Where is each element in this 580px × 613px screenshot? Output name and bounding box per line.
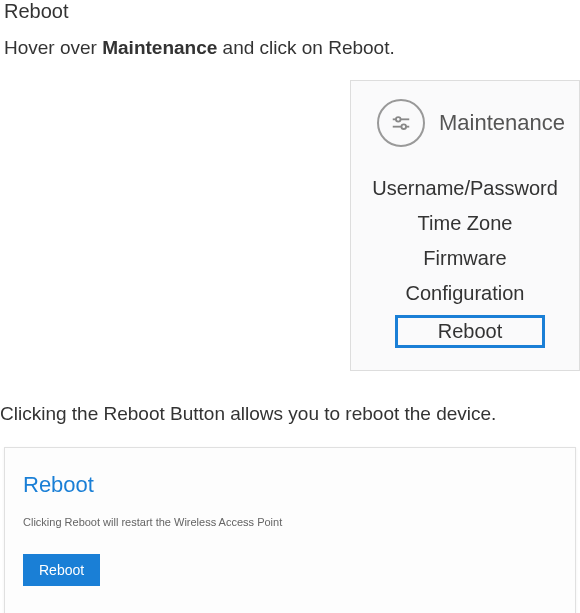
reboot-panel-description: Clicking Reboot will restart the Wireles… [23,516,557,528]
reboot-panel-title: Reboot [23,472,557,498]
instruction-bold: Maintenance [102,37,217,58]
menu-item-time-zone[interactable]: Time Zone [369,210,561,237]
page-title: Reboot [0,0,580,31]
maintenance-header[interactable]: Maintenance [369,99,579,147]
reboot-button[interactable]: Reboot [23,554,100,586]
svg-point-3 [401,124,406,129]
maintenance-menu-screenshot: Maintenance Username/Password Time Zone … [350,80,580,371]
menu-item-reboot[interactable]: Reboot [395,315,545,348]
menu-item-configuration[interactable]: Configuration [369,280,561,307]
settings-icon [377,99,425,147]
maintenance-label: Maintenance [439,110,565,136]
menu-item-firmware[interactable]: Firmware [369,245,561,272]
reboot-panel: Reboot Clicking Reboot will restart the … [4,447,576,613]
post-instruction-text: Clicking the Reboot Button allows you to… [0,371,580,448]
menu-item-username-password[interactable]: Username/Password [369,175,561,202]
svg-point-2 [396,117,401,122]
menu-items: Username/Password Time Zone Firmware Con… [369,175,579,348]
instruction-prefix: Hover over [4,37,102,58]
instruction-text: Hover over Maintenance and click on Rebo… [0,31,580,80]
instruction-suffix: and click on Reboot. [217,37,394,58]
